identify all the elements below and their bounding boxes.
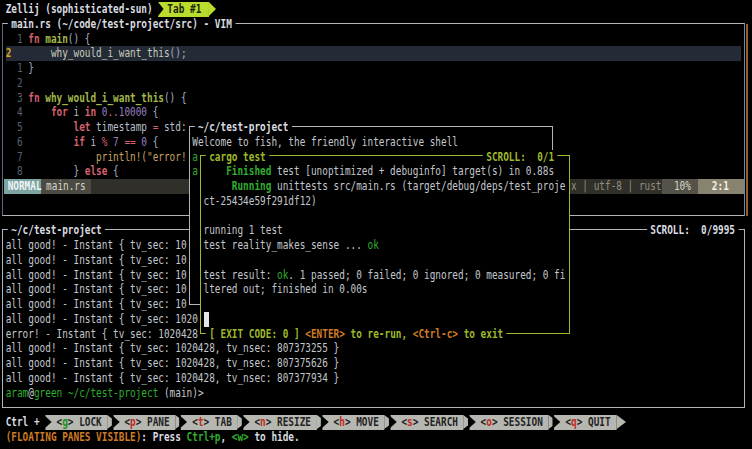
cargo-line: test reality_makes_sense ...: [204, 238, 368, 253]
zellij-terminal-screen: Zellij (sophisticated-sun)Tab #1main.rs …: [0, 0, 752, 449]
cargo-exit-code: [ EXIT CODE: 0 ]: [206, 327, 303, 342]
cargo-line: running 1 test: [204, 223, 283, 238]
cargo-line: ltered out; finished in 0.00s: [204, 282, 368, 297]
cargo-rerun-text: to re-run,: [347, 327, 410, 342]
cargo-line: test result:: [204, 268, 277, 283]
cargo-scroll-indicator: SCROLL: 0/1: [483, 150, 558, 165]
cargo-line: . 1 passed; 0 failed; 0 ignored; 0 measu…: [288, 268, 565, 283]
cargo-pane-title: cargo test: [206, 150, 269, 165]
cargo-line: unittests src/main.rs (target/debug/deps…: [271, 179, 565, 194]
cargo-line: Running: [232, 179, 272, 194]
cargo-exit-text: to exit: [460, 327, 506, 342]
cargo-grid: cargo testSCROLL: 0/1[ EXIT CODE: 0 ]<EN…: [0, 0, 752, 449]
cargo-line: ok: [277, 268, 288, 283]
cargo-line: ct-25434e59f291df12): [204, 194, 317, 209]
cargo-ctrlc-key: <Ctrl-c>: [409, 327, 461, 342]
cargo-line: test [unoptimized + debuginfo] target(s)…: [271, 164, 554, 179]
cargo-line: ok: [368, 238, 379, 253]
cargo-line: Finished: [226, 164, 271, 179]
cargo-enter-key: <ENTER>: [302, 327, 348, 342]
